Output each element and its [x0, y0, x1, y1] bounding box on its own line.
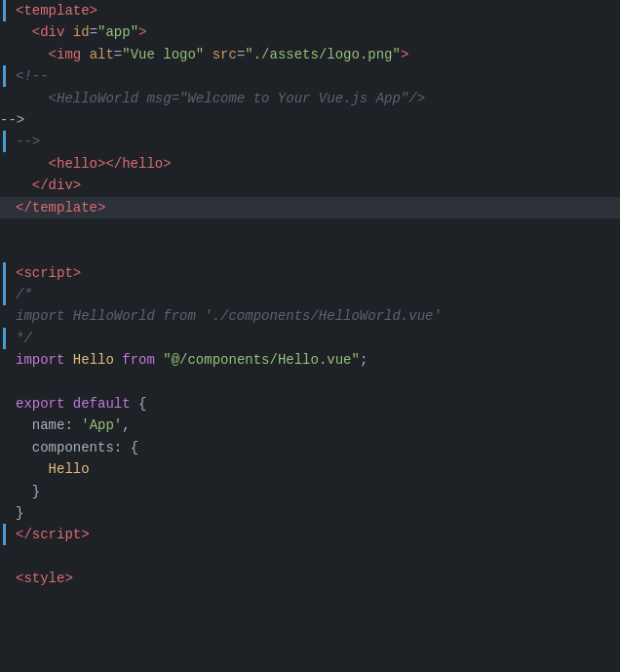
gutter-1	[0, 0, 8, 21]
line-content-19: name: 'App',	[8, 415, 620, 436]
line-content-21: Hello	[8, 458, 620, 480]
code-line-11	[0, 240, 620, 261]
line-content-12: <script>	[8, 262, 620, 284]
line-content-10	[8, 218, 620, 240]
line-content-7: <hello></hello>	[8, 153, 620, 175]
code-line-23: }	[0, 502, 620, 524]
code-line-19: name: 'App',	[0, 415, 620, 436]
code-line-20: components: {	[0, 437, 620, 458]
code-line-18: export default {	[0, 393, 620, 415]
line-content-23: }	[8, 502, 620, 524]
code-line-2: <div id="app">	[0, 21, 620, 43]
line-content-6: -->	[8, 131, 620, 152]
line-content-14: import HelloWorld from './components/Hel…	[8, 305, 620, 327]
line-content-4: <!--	[8, 65, 620, 87]
line-content-11	[8, 240, 620, 261]
code-line-5: <HelloWorld msg="Welcome to Your Vue.js …	[0, 88, 620, 109]
code-line-3: <img alt="Vue logo" src="./assets/logo.p…	[0, 44, 620, 65]
gutter-24	[0, 524, 8, 545]
gutter-12	[0, 262, 8, 284]
line-content-8: </div>	[8, 175, 620, 196]
line-content-22: }	[8, 481, 620, 502]
gutter-13	[0, 284, 8, 305]
line-content-16: import Hello from "@/components/Hello.vu…	[8, 349, 620, 371]
code-line-21: Hello	[0, 458, 620, 480]
line-content-20: components: {	[8, 437, 620, 458]
gutter-15	[0, 328, 8, 349]
code-line-12: <script>	[0, 262, 620, 284]
line-content-9: </template>	[8, 197, 620, 218]
code-line-7: <hello></hello>	[0, 153, 620, 175]
line-content-5: <HelloWorld msg="Welcome to Your Vue.js …	[8, 88, 620, 109]
code-line-22: }	[0, 481, 620, 502]
line-content-3: <img alt="Vue logo" src="./assets/logo.p…	[8, 44, 620, 65]
code-line-26: <style>	[0, 568, 620, 589]
line-content-15: */	[8, 328, 620, 349]
code-line-4: <!--	[0, 65, 620, 87]
line-content-17	[8, 372, 620, 393]
code-line-25	[0, 546, 620, 568]
code-line-16: import Hello from "@/components/Hello.vu…	[0, 349, 620, 371]
code-line-10	[0, 218, 620, 240]
line-content-2: <div id="app">	[8, 21, 620, 43]
line-content-18: export default {	[8, 393, 620, 415]
code-line-9: </template>	[0, 197, 620, 218]
code-line-1: <template>	[0, 0, 620, 21]
line-content-24: </script>	[8, 524, 620, 545]
code-editor[interactable]: <template> <div id="app"> <img alt="Vue …	[0, 0, 620, 590]
code-line-17	[0, 372, 620, 393]
code-line-24: </script>	[0, 524, 620, 545]
line-content-13: /*	[8, 284, 620, 305]
gutter-6	[0, 131, 8, 152]
gutter-4	[0, 65, 8, 87]
code-line-14: import HelloWorld from './components/Hel…	[0, 305, 620, 327]
code-line-13: /*	[0, 284, 620, 305]
code-line-6: -->	[0, 131, 620, 152]
line-content-25	[8, 546, 620, 568]
line-content-1: <template>	[8, 0, 620, 21]
code-line-15: */	[0, 328, 620, 349]
line-content-26: <style>	[8, 568, 620, 589]
code-line-8: </div>	[0, 175, 620, 196]
